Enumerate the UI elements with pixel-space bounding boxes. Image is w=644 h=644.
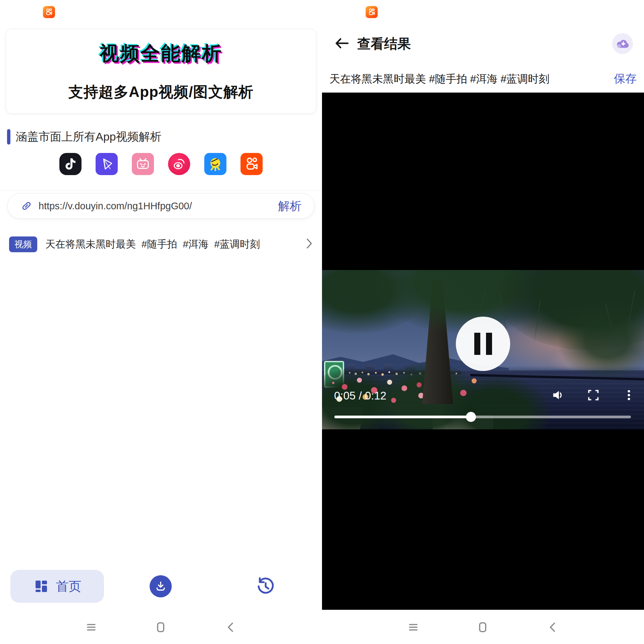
video-type-badge: 视频 xyxy=(9,236,37,252)
result-screen: 查看结果 天在将黑未黑时最美 #随手拍 #洱海 #蓝调时刻 保存 xyxy=(322,0,644,644)
app-icon-video-play[interactable] xyxy=(96,153,118,175)
home-tab-label: 首页 xyxy=(56,578,82,595)
video-title-row: 天在将黑未黑时最美 #随手拍 #洱海 #蓝调时刻 保存 xyxy=(329,71,637,87)
kebab-menu-icon[interactable] xyxy=(622,388,636,404)
app-logo-icon xyxy=(43,6,55,18)
app-icon-bilibili[interactable] xyxy=(132,153,154,175)
result-title: 天在将黑未黑时最美 #随手拍 #洱海 #蓝调时刻 xyxy=(45,237,260,251)
home-tab[interactable]: 首页 xyxy=(10,570,104,603)
link-icon xyxy=(20,200,33,212)
section-accent-bar xyxy=(7,129,10,145)
back-arrow-icon[interactable] xyxy=(334,36,350,52)
android-menu-button[interactable] xyxy=(406,620,421,635)
parse-button[interactable]: 解析 xyxy=(278,198,302,214)
history-tab[interactable] xyxy=(255,575,277,597)
app-icon-douyin[interactable] xyxy=(59,153,82,175)
player-controls xyxy=(551,388,636,404)
app-icon-kuaishou[interactable] xyxy=(240,153,263,175)
volume-icon[interactable] xyxy=(551,388,565,404)
save-button[interactable]: 保存 xyxy=(614,71,637,87)
url-input-pill: 解析 xyxy=(7,193,315,219)
page-title: 查看结果 xyxy=(357,35,411,53)
pause-button[interactable] xyxy=(456,317,510,371)
android-home-button[interactable] xyxy=(153,620,168,635)
android-back-button[interactable] xyxy=(223,620,238,635)
progress-fill xyxy=(334,416,471,418)
history-icon xyxy=(256,576,276,596)
android-menu-button[interactable] xyxy=(84,620,99,635)
supported-apps-row xyxy=(0,153,322,175)
progress-bar[interactable] xyxy=(334,416,631,418)
app-logo-icon xyxy=(366,6,378,18)
download-tab[interactable] xyxy=(150,575,172,597)
android-navbar-right xyxy=(322,610,644,644)
section-title: 涵盖市面上所有App视频解析 xyxy=(16,129,162,145)
android-back-button[interactable] xyxy=(545,620,560,635)
result-header: 查看结果 xyxy=(334,35,411,53)
app-icon-weibo[interactable] xyxy=(168,153,190,175)
time-display: 0:05 / 0:12 xyxy=(334,389,386,402)
video-flowers xyxy=(332,382,334,384)
cloud-download-icon xyxy=(615,36,630,51)
parse-result-row[interactable]: 视频 天在将黑未黑时最美 #随手拍 #洱海 #蓝调时刻 xyxy=(9,237,314,252)
hero-subtitle: 支持超多App视频/图文解析 xyxy=(68,82,254,102)
fullscreen-icon[interactable] xyxy=(586,388,600,404)
android-home-button[interactable] xyxy=(475,620,490,635)
home-screen: 视频全能解析 支持超多App视频/图文解析 涵盖市面上所有App视频解析 xyxy=(0,0,322,644)
chevron-right-icon xyxy=(304,237,314,251)
video-url-input[interactable] xyxy=(39,201,278,212)
pause-icon xyxy=(474,333,480,355)
section-divider xyxy=(0,191,322,191)
app-icon-pipixia[interactable] xyxy=(204,153,226,175)
bottom-toolbar: 首页 xyxy=(0,570,322,603)
hero-title: 视频全能解析 xyxy=(100,41,222,67)
android-navbar-left xyxy=(0,610,322,644)
download-icon xyxy=(154,580,167,593)
video-title: 天在将黑未黑时最美 #随手拍 #洱海 #蓝调时刻 xyxy=(329,72,549,87)
video-frame: 0:05 / 0:12 xyxy=(322,270,644,429)
progress-thumb[interactable] xyxy=(466,412,476,422)
section-header: 涵盖市面上所有App视频解析 xyxy=(7,129,162,145)
cloud-download-button[interactable] xyxy=(612,33,633,54)
video-player[interactable]: 0:05 / 0:12 xyxy=(322,93,644,610)
hero-card: 视频全能解析 支持超多App视频/图文解析 xyxy=(6,29,316,114)
home-grid-icon xyxy=(33,578,49,594)
